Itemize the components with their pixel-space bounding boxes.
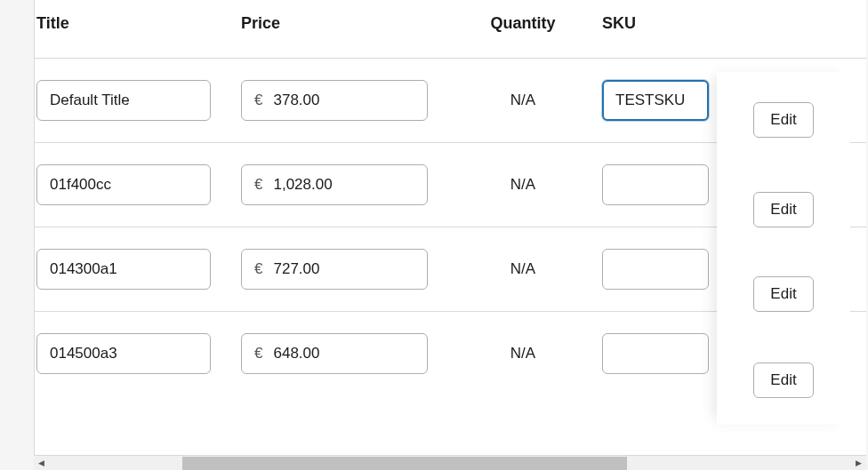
sku-input[interactable] xyxy=(602,164,709,205)
price-field[interactable]: € xyxy=(241,249,428,290)
title-input[interactable] xyxy=(36,80,211,121)
sticky-actions-panel: Edit Edit Edit Edit xyxy=(717,72,850,425)
header-price: Price xyxy=(241,14,447,33)
edit-button[interactable]: Edit xyxy=(753,362,813,398)
quantity-value: N/A xyxy=(510,345,535,362)
currency-symbol: € xyxy=(254,345,262,362)
table-header-row: Title Price Quantity SKU xyxy=(35,0,866,58)
currency-symbol: € xyxy=(254,176,262,194)
edit-button[interactable]: Edit xyxy=(753,192,813,227)
price-input[interactable] xyxy=(273,176,414,194)
scroll-thumb[interactable] xyxy=(182,457,627,470)
header-sku: SKU xyxy=(599,14,732,33)
sku-input[interactable] xyxy=(602,249,709,290)
sku-input[interactable] xyxy=(602,333,709,374)
price-field[interactable]: € xyxy=(241,164,428,205)
header-title: Title xyxy=(35,14,241,33)
price-input[interactable] xyxy=(273,345,414,362)
title-input[interactable] xyxy=(36,333,211,374)
title-input[interactable] xyxy=(36,164,211,205)
currency-symbol: € xyxy=(254,260,262,278)
edit-button[interactable]: Edit xyxy=(753,276,813,312)
price-input[interactable] xyxy=(273,260,414,278)
quantity-value: N/A xyxy=(510,176,535,194)
price-field[interactable]: € xyxy=(241,80,428,121)
scroll-right-arrow-icon[interactable]: ▶ xyxy=(851,456,866,471)
header-quantity: Quantity xyxy=(447,14,599,33)
title-input[interactable] xyxy=(36,249,211,290)
currency-symbol: € xyxy=(254,92,262,109)
quantity-value: N/A xyxy=(510,92,535,109)
edit-button[interactable]: Edit xyxy=(753,102,813,138)
price-input[interactable] xyxy=(273,92,414,109)
scroll-track[interactable] xyxy=(49,456,851,471)
scroll-left-arrow-icon[interactable]: ◀ xyxy=(34,456,49,471)
horizontal-scrollbar[interactable]: ◀ ▶ xyxy=(34,455,866,470)
sku-input[interactable] xyxy=(602,80,709,121)
quantity-value: N/A xyxy=(510,260,535,278)
price-field[interactable]: € xyxy=(241,333,428,374)
